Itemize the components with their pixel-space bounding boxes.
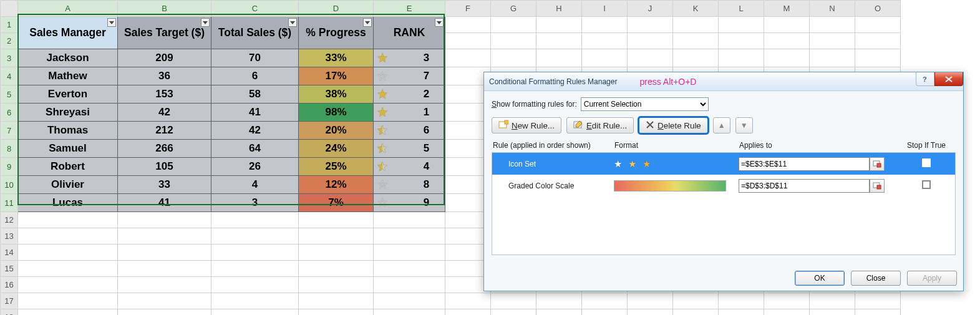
- table-header-cell[interactable]: RANK: [374, 17, 445, 49]
- move-down-button[interactable]: ▼: [735, 117, 753, 133]
- row-header[interactable]: 17: [1, 293, 18, 309]
- cell[interactable]: [491, 33, 536, 49]
- cell[interactable]: [719, 293, 764, 309]
- cell[interactable]: [582, 33, 628, 49]
- cell[interactable]: [118, 245, 211, 261]
- edit-rule-button[interactable]: Edit Rule...: [566, 117, 634, 133]
- cell[interactable]: [536, 293, 582, 309]
- cell[interactable]: [299, 228, 374, 245]
- cell[interactable]: [18, 245, 118, 261]
- row-header[interactable]: 15: [1, 261, 18, 277]
- rule-row[interactable]: Icon Set★★★: [492, 153, 955, 175]
- cell[interactable]: [810, 33, 855, 49]
- progress-cell[interactable]: 25%: [299, 158, 374, 176]
- row-header[interactable]: 18: [1, 309, 18, 316]
- rank-cell[interactable]: ★★4: [374, 158, 445, 176]
- cell[interactable]: [628, 49, 673, 67]
- cell[interactable]: [374, 245, 445, 261]
- mgr-cell[interactable]: Olivier: [18, 176, 118, 194]
- target-cell[interactable]: 209: [118, 49, 211, 67]
- progress-cell[interactable]: 24%: [299, 140, 374, 158]
- cell[interactable]: [374, 277, 445, 293]
- progress-cell[interactable]: 98%: [299, 104, 374, 122]
- rank-cell[interactable]: ☆8: [374, 176, 445, 194]
- progress-cell[interactable]: 38%: [299, 85, 374, 104]
- progress-cell[interactable]: 12%: [299, 176, 374, 194]
- applies-to-input[interactable]: [739, 179, 870, 193]
- cell[interactable]: [673, 49, 719, 67]
- cell[interactable]: [118, 228, 211, 245]
- col-header[interactable]: K: [673, 1, 719, 17]
- cell[interactable]: [18, 309, 118, 316]
- cell[interactable]: [536, 33, 582, 49]
- filter-dropdown-icon[interactable]: [435, 18, 444, 27]
- cell[interactable]: [719, 309, 764, 316]
- cell[interactable]: [628, 17, 673, 33]
- rule-row[interactable]: Graded Color Scale: [492, 175, 955, 196]
- cell[interactable]: [764, 309, 810, 316]
- row-header[interactable]: 9: [1, 158, 18, 176]
- col-header[interactable]: C: [211, 1, 299, 17]
- help-button[interactable]: ?: [916, 72, 934, 86]
- sales-cell[interactable]: 6: [211, 67, 299, 85]
- cell[interactable]: [536, 49, 582, 67]
- col-header[interactable]: O: [855, 1, 901, 17]
- table-header-cell[interactable]: Total Sales ($): [211, 17, 299, 49]
- cell[interactable]: [582, 309, 628, 316]
- rank-cell[interactable]: ☆9: [374, 194, 445, 212]
- new-rule-button[interactable]: New Rule...: [492, 117, 561, 133]
- row-header[interactable]: 1: [1, 17, 18, 33]
- rank-cell[interactable]: ★2: [374, 85, 445, 104]
- row-header[interactable]: 7: [1, 122, 18, 140]
- row-header[interactable]: 11: [1, 194, 18, 212]
- cell[interactable]: [374, 212, 445, 228]
- progress-cell[interactable]: 7%: [299, 194, 374, 212]
- cell[interactable]: [491, 293, 536, 309]
- cell[interactable]: [299, 245, 374, 261]
- show-rules-select[interactable]: Current Selection: [581, 97, 709, 111]
- select-all-corner[interactable]: [1, 1, 18, 17]
- cell[interactable]: [673, 293, 719, 309]
- row-header[interactable]: 14: [1, 245, 18, 261]
- row-header[interactable]: 2: [1, 33, 18, 49]
- row-header[interactable]: 13: [1, 228, 18, 245]
- row-header[interactable]: 3: [1, 49, 18, 67]
- range-picker-button[interactable]: [870, 179, 885, 193]
- cell[interactable]: [673, 17, 719, 33]
- cell[interactable]: [719, 33, 764, 49]
- filter-dropdown-icon[interactable]: [201, 18, 210, 27]
- sales-cell[interactable]: 42: [211, 122, 299, 140]
- delete-rule-button[interactable]: Delete Rule: [639, 117, 708, 133]
- rank-cell[interactable]: ★★5: [374, 140, 445, 158]
- cell[interactable]: [764, 33, 810, 49]
- cell[interactable]: [118, 277, 211, 293]
- cell[interactable]: [719, 49, 764, 67]
- target-cell[interactable]: 33: [118, 176, 211, 194]
- cell[interactable]: [855, 17, 901, 33]
- cell[interactable]: [211, 261, 299, 277]
- col-header[interactable]: M: [764, 1, 810, 17]
- target-cell[interactable]: 212: [118, 122, 211, 140]
- col-header[interactable]: N: [810, 1, 855, 17]
- target-cell[interactable]: 266: [118, 140, 211, 158]
- cell[interactable]: [855, 33, 901, 49]
- stop-if-true-checkbox[interactable]: [922, 180, 931, 189]
- cell[interactable]: [445, 17, 491, 33]
- mgr-cell[interactable]: Shreyasi: [18, 104, 118, 122]
- cell[interactable]: [18, 212, 118, 228]
- cell[interactable]: [211, 293, 299, 309]
- cell[interactable]: [445, 309, 491, 316]
- filter-dropdown-icon[interactable]: [363, 18, 372, 27]
- col-header[interactable]: B: [118, 1, 211, 17]
- filter-dropdown-icon[interactable]: [288, 18, 297, 27]
- cell[interactable]: [211, 277, 299, 293]
- cell[interactable]: [628, 33, 673, 49]
- cell[interactable]: [764, 17, 810, 33]
- cell[interactable]: [299, 277, 374, 293]
- target-cell[interactable]: 105: [118, 158, 211, 176]
- col-header[interactable]: D: [299, 1, 374, 17]
- cell[interactable]: [118, 261, 211, 277]
- col-header[interactable]: G: [491, 1, 536, 17]
- cell[interactable]: [299, 293, 374, 309]
- cell[interactable]: [855, 293, 901, 309]
